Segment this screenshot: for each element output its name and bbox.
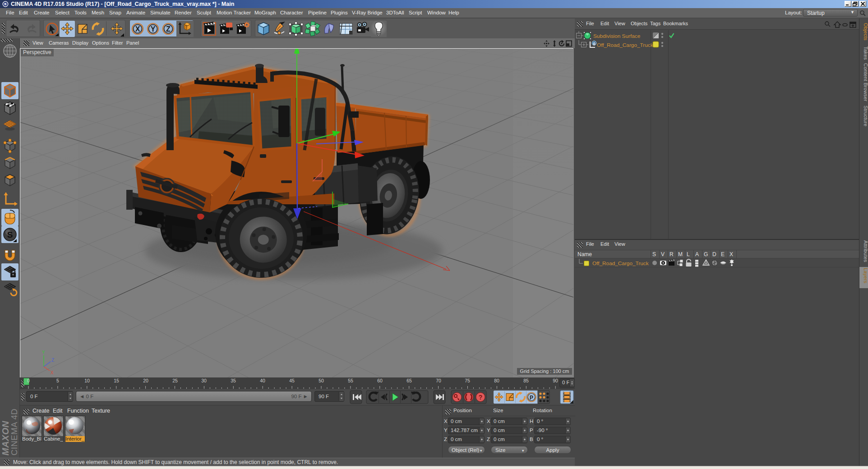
svg-text:X: X (135, 25, 140, 33)
svg-text:15: 15 (114, 378, 119, 383)
svg-text:20: 20 (143, 378, 148, 383)
svg-text:45: 45 (289, 378, 295, 383)
svg-text:70: 70 (436, 378, 441, 383)
svg-text:35: 35 (231, 378, 236, 383)
svg-text:85: 85 (523, 378, 529, 383)
svg-text:Y: Y (42, 350, 45, 355)
svg-text:X: X (51, 370, 54, 375)
svg-text:40: 40 (260, 378, 265, 383)
svg-text:55: 55 (348, 378, 353, 383)
svg-text:?: ? (479, 394, 483, 401)
svg-text:P: P (530, 395, 533, 401)
svg-text:25: 25 (172, 378, 178, 383)
svg-text:Z: Z (51, 358, 54, 363)
svg-text:10: 10 (84, 378, 90, 383)
svg-text:30: 30 (201, 378, 207, 383)
svg-text:Y: Y (151, 25, 156, 33)
svg-text:S: S (7, 230, 13, 239)
svg-text:50: 50 (319, 378, 324, 383)
svg-text:5: 5 (56, 378, 59, 383)
svg-text:75: 75 (465, 378, 470, 383)
svg-text:80: 80 (494, 378, 499, 383)
svg-text:90: 90 (553, 378, 558, 383)
svg-text:60: 60 (377, 378, 383, 383)
svg-text:Z: Z (166, 25, 171, 33)
svg-text:65: 65 (406, 378, 412, 383)
svg-text:0: 0 (27, 378, 30, 383)
svg-text:0: 0 (593, 41, 595, 46)
